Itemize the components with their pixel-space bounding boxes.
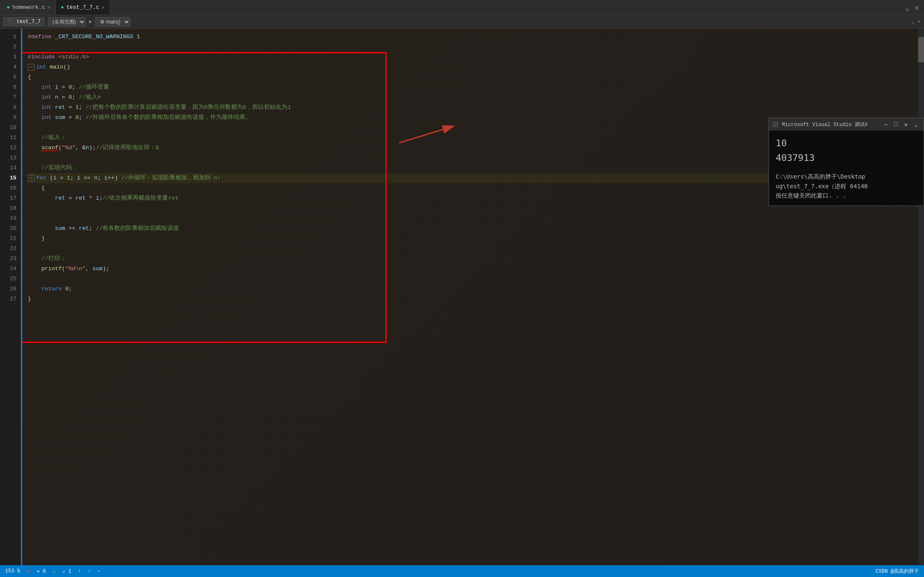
tab-label-homework: homework.c xyxy=(12,4,45,11)
editor-container: 1 2 3 4 5 6 7 8 9 10 11 12 13 14 15 16 1… xyxy=(0,29,924,565)
code-line-8: int ret = 1; //把每个数的阶乘计算后赋值给该变量，因为0乘任何数都… xyxy=(28,103,924,113)
toolbar-right: ⌄ ✕ xyxy=(911,18,921,25)
line-num-5: 5 xyxy=(0,72,16,82)
define-keyword: #define xyxy=(28,32,52,42)
line-num-25: 25 xyxy=(0,274,16,284)
scope-dropdown[interactable]: (全局范围) xyxy=(48,17,86,26)
expand-for[interactable]: − xyxy=(28,175,34,182)
code-area[interactable]: #define _CRT_SECURE_NO_WARNINGS 1 #inclu… xyxy=(21,29,924,565)
tab-label-test77: test_7_7.c xyxy=(66,4,99,11)
function-dropdown[interactable]: ⚙ main() xyxy=(95,17,130,26)
console-footer: C:\Users\高高的胖子\Desktop ug\test_7_7.exe（进… xyxy=(769,170,924,205)
line-num-11: 11 xyxy=(0,133,16,143)
code-line-23: //打印： xyxy=(28,254,924,264)
line-num-16: 16 xyxy=(0,183,16,193)
tab-bar-controls: ⌄ ✕ xyxy=(906,3,922,12)
line-num-14: 14 xyxy=(0,163,16,173)
warning-icon: ⚠ xyxy=(53,568,55,574)
line-num-2: 2 xyxy=(0,42,16,52)
code-line-27: } xyxy=(28,294,924,304)
up-arrow-btn[interactable]: ↑ xyxy=(78,568,81,574)
line-numbers: 1 2 3 4 5 6 7 8 9 10 11 12 13 14 15 16 1… xyxy=(0,29,21,565)
console-content: 10 4037913 xyxy=(769,131,924,170)
include-file: <stdio.h> xyxy=(58,52,89,62)
code-line-1: #define _CRT_SECURE_NO_WARNINGS 1 xyxy=(28,32,924,42)
console-titlebar: ⬛ Microsoft Visual Studio 调试# — □ ✕ ⌄ xyxy=(769,118,924,131)
code-line-5: { xyxy=(28,72,924,82)
line-num-15: 15 xyxy=(0,173,16,183)
line-num-19: 19 xyxy=(0,213,16,224)
line-num-10: 10 xyxy=(0,123,16,133)
expand-main[interactable]: − xyxy=(28,64,34,71)
tab-homework[interactable]: ● homework.c ✕ xyxy=(2,0,56,15)
console-path-1: C:\Users\高高的胖子\Desktop xyxy=(776,172,917,181)
active-line-indicator xyxy=(21,29,22,565)
code-line-6: int i = 0; //循环变量 xyxy=(28,82,924,92)
define-val: 1 xyxy=(137,32,140,42)
file-icon-homework: ● xyxy=(7,5,10,11)
code-line-24: printf("%d\n", sum); xyxy=(28,264,924,274)
line-num-9: 9 xyxy=(0,113,16,123)
csdn-label: CSDN @高高的胖子 xyxy=(876,568,919,575)
status-bar: 153 % ⊗ ✕ 0 ⚠ ⚠ 1 ↑ ↓ ← CSDN @高高的胖子 xyxy=(0,565,924,577)
console-icon: ⬛ xyxy=(772,121,779,128)
status-right: CSDN @高高的胖子 xyxy=(876,568,919,575)
left-arrow-btn[interactable]: ← xyxy=(97,568,100,574)
line-num-3: 3 xyxy=(0,52,16,62)
error-icon: ⊗ xyxy=(27,568,30,574)
line-num-24: 24 xyxy=(0,264,16,274)
main-fn: main xyxy=(50,62,63,72)
code-line-4: −int main() xyxy=(28,62,924,72)
tab-bar: ● homework.c ✕ ● test_7_7.c ✕ ⌄ ✕ xyxy=(0,0,924,15)
line-num-20: 20 xyxy=(0,224,16,234)
line-num-6: 6 xyxy=(0,82,16,92)
code-line-22 xyxy=(28,244,924,254)
warning-count: ⚠ 1 xyxy=(62,568,71,574)
tab-test77[interactable]: ● test_7_7.c ✕ xyxy=(56,0,110,15)
line-num-22: 22 xyxy=(0,244,16,254)
code-line-25 xyxy=(28,274,924,284)
file-tab-indicator: ⬛ test_7_7 xyxy=(3,17,45,26)
console-press-key: 按任意键关闭此窗口. . . xyxy=(776,191,917,200)
console-output-2: 4037913 xyxy=(776,150,917,165)
toolbar: ⬛ test_7_7 (全局范围) ▶ ⚙ main() ⌄ ✕ xyxy=(0,15,924,29)
line-num-23: 23 xyxy=(0,254,16,264)
line-num-26: 26 xyxy=(0,284,16,294)
include-keyword: #include xyxy=(28,52,55,62)
code-line-2 xyxy=(28,42,924,52)
line-num-13: 13 xyxy=(0,153,16,163)
window-controls: — □ ✕ ⌄ xyxy=(882,121,920,128)
line-num-27: 27 xyxy=(0,294,16,304)
file-icon-test77: ● xyxy=(61,5,64,11)
code-line-26: return 0; xyxy=(28,284,924,294)
line-num-17: 17 xyxy=(0,193,16,203)
console-title: Microsoft Visual Studio 调试# xyxy=(782,121,868,128)
minimize-btn[interactable]: — xyxy=(882,121,890,128)
error-count: ✕ 0 xyxy=(37,568,46,574)
define-name: _CRT_SECURE_NO_WARNINGS xyxy=(55,32,133,42)
line-num-4: 4 xyxy=(0,62,16,72)
close-tab-test77[interactable]: ✕ xyxy=(102,5,105,10)
console-path-2: ug\test_7_7.exe（进程 64140 xyxy=(776,182,917,191)
close-tab-homework[interactable]: ✕ xyxy=(47,5,50,10)
code-line-7: int n = 0; //输入n xyxy=(28,92,924,103)
down-arrow-btn[interactable]: ↓ xyxy=(88,568,91,574)
console-window: ⬛ Microsoft Visual Studio 调试# — □ ✕ ⌄ 10… xyxy=(769,118,924,206)
line-num-21: 21 xyxy=(0,234,16,244)
line-num-1: 1 xyxy=(0,32,16,42)
toolbar-arrow: ▶ xyxy=(89,18,92,25)
code-line-20: sum += ret; //将各数的阶乘相加后赋给该值 xyxy=(28,224,924,234)
line-num-8: 8 xyxy=(0,103,16,113)
int-kw: int xyxy=(36,62,46,72)
code-line-3: #include <stdio.h> xyxy=(28,52,924,62)
code-line-21: } xyxy=(28,234,924,244)
menu-btn[interactable]: ⌄ xyxy=(912,121,920,128)
line-num-7: 7 xyxy=(0,92,16,103)
restore-btn[interactable]: □ xyxy=(892,121,900,128)
zoom-level: 153 % xyxy=(5,568,20,574)
code-line-19 xyxy=(28,213,924,224)
file-icon-small: ⬛ xyxy=(7,19,13,25)
close-btn[interactable]: ✕ xyxy=(902,121,910,128)
console-output-1: 10 xyxy=(776,136,917,150)
line-num-12: 12 xyxy=(0,143,16,153)
